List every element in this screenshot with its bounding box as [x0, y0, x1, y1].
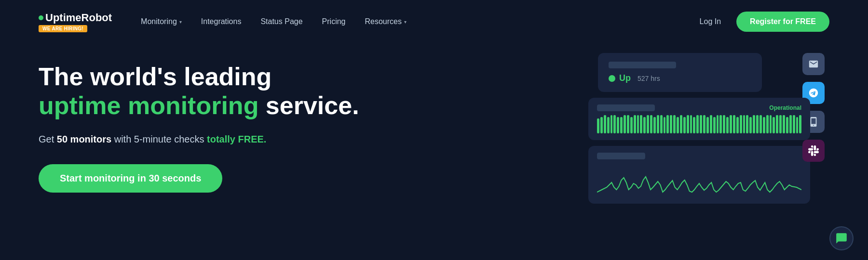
uptime-bar: [670, 115, 672, 133]
hero-title-service: service.: [258, 91, 359, 119]
uptime-bar: [647, 115, 649, 133]
slack-notification-icon[interactable]: [802, 140, 825, 162]
uptime-bar: [643, 117, 646, 133]
uptime-bar: [613, 115, 616, 133]
nav-status-page[interactable]: Status Page: [260, 17, 302, 26]
cta-button[interactable]: Start monitoring in 30 seconds: [39, 164, 222, 193]
uptime-bar: [680, 115, 682, 133]
uptime-bar: [653, 117, 656, 133]
uptime-bar: [793, 115, 795, 133]
hero-title: The world's leading uptime monitoring se…: [39, 63, 588, 120]
uptime-bar: [779, 115, 782, 133]
uptime-bar: [660, 115, 663, 133]
uptime-bar: [673, 115, 676, 133]
status-hours: 527 hrs: [637, 75, 660, 82]
register-button[interactable]: Register for FREE: [736, 12, 829, 32]
uptime-bar: [634, 115, 636, 133]
uptime-bar: [736, 117, 739, 133]
nav-links: Monitoring ▾ Integrations Status Page Pr…: [141, 17, 700, 26]
uptime-bar: [749, 117, 752, 133]
uptime-bar: [717, 115, 719, 133]
uptime-bar: [776, 115, 778, 133]
chevron-down-icon: ▾: [404, 19, 407, 25]
uptime-bar: [766, 115, 769, 133]
nav-resources[interactable]: Resources ▾: [365, 17, 406, 26]
uptime-bar: [789, 115, 792, 133]
chevron-down-icon: ▾: [179, 19, 182, 25]
status-dot-up: [609, 75, 615, 82]
status-up-label: Up: [619, 73, 631, 83]
logo-area: UptimeRobot We are hiring!: [39, 12, 112, 32]
logo[interactable]: UptimeRobot: [39, 12, 112, 24]
monitor-bar-placeholder: [609, 62, 676, 68]
uptime-bar: [696, 115, 699, 133]
uptime-bar: [786, 117, 788, 133]
uptime-bar: [600, 117, 603, 133]
hero-free-text: totally FREE.: [207, 134, 266, 144]
uptime-bar: [719, 115, 722, 133]
uptime-bar: [726, 117, 729, 133]
uptime-bar: [706, 117, 709, 133]
uptime-bar: [756, 115, 759, 133]
uptime-bar: [690, 115, 692, 133]
nav-integrations[interactable]: Integrations: [201, 17, 242, 26]
monitor-title-bar: [597, 104, 655, 111]
uptime-bar: [640, 115, 642, 133]
navigation: UptimeRobot We are hiring! Monitoring ▾ …: [0, 0, 868, 43]
nav-monitoring[interactable]: Monitoring ▾: [141, 17, 182, 26]
uptime-bar: [607, 117, 610, 133]
monitor-card-operational: Operational: [588, 98, 810, 140]
hiring-badge[interactable]: We are hiring!: [39, 25, 87, 32]
uptime-bars: [597, 115, 801, 133]
uptime-bar: [597, 118, 599, 133]
uptime-bar: [773, 117, 775, 133]
uptime-bar: [637, 115, 639, 133]
uptime-bar: [723, 115, 725, 133]
response-graph: [597, 163, 801, 197]
uptime-bar: [687, 115, 689, 133]
uptime-bar: [666, 115, 669, 133]
uptime-bar: [664, 117, 666, 133]
uptime-bar: [796, 117, 799, 133]
email-notification-icon[interactable]: [802, 53, 825, 75]
uptime-bar: [683, 117, 686, 133]
login-link[interactable]: Log In: [700, 17, 721, 26]
uptime-bar: [733, 115, 735, 133]
uptime-bar: [604, 115, 606, 133]
uptime-bar: [617, 117, 619, 133]
uptime-bar: [740, 115, 742, 133]
nav-pricing[interactable]: Pricing: [322, 17, 346, 26]
logo-dot: [39, 15, 43, 20]
logo-text: UptimeRobot: [45, 12, 112, 24]
uptime-bar: [763, 117, 765, 133]
hero-section: The world's leading uptime monitoring se…: [0, 43, 868, 204]
uptime-bar: [657, 115, 659, 133]
uptime-bar: [783, 115, 785, 133]
chat-bubble[interactable]: [829, 226, 854, 250]
hero-title-line1: The world's leading: [39, 63, 271, 91]
operational-label: Operational: [769, 104, 801, 111]
uptime-bar: [770, 115, 772, 133]
monitor-card-uptime: Up 527 hrs: [598, 53, 762, 92]
uptime-bar: [743, 115, 746, 133]
uptime-bar: [700, 115, 702, 133]
hero-content: The world's leading uptime monitoring se…: [39, 58, 588, 193]
monitor-title-bar2: [597, 153, 645, 159]
hero-bold-monitors: 50 monitors: [57, 134, 111, 144]
uptime-bar: [799, 115, 801, 133]
uptime-bar: [610, 115, 613, 133]
uptime-bar: [746, 115, 748, 133]
hero-subtitle: Get 50 monitors with 5-minute checks tot…: [39, 134, 588, 145]
uptime-bar: [624, 115, 626, 133]
uptime-bar: [650, 115, 652, 133]
nav-right: Log In Register for FREE: [700, 12, 829, 32]
uptime-bar: [630, 117, 633, 133]
uptime-bar: [760, 115, 762, 133]
monitor-card-response: [588, 146, 810, 204]
uptime-bar: [713, 117, 716, 133]
uptime-bar: [620, 117, 623, 133]
uptime-bar: [710, 115, 712, 133]
dashboard-preview: Up 527 hrs: [588, 53, 829, 204]
hero-title-green: uptime monitoring: [39, 91, 258, 119]
uptime-bar: [753, 115, 755, 133]
